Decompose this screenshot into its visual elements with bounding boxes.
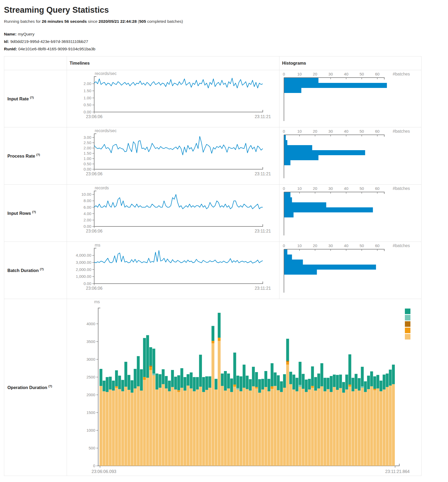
stacked-bar-segment <box>140 391 143 466</box>
x-axis-start-time-label: 23:06:06.093 <box>92 469 116 474</box>
help-tooltip-icon[interactable]: (?) <box>36 153 40 156</box>
y-axis-unit-label: ms <box>95 243 100 247</box>
stacked-bar-segment <box>364 381 367 392</box>
x-axis-tick-label: 20 <box>313 186 317 191</box>
process-rate-histogram-chart: #batches0102030405060 <box>279 127 421 184</box>
stacked-bar-segment <box>268 379 270 391</box>
stacked-bar-segment <box>367 376 370 389</box>
row-label-input-rate: Input Rate (?) <box>4 70 67 127</box>
stacked-bar-segment <box>311 386 314 388</box>
input-rows-histogram-chart: #batches0102030405060 <box>279 185 421 241</box>
stacked-bar-segment <box>286 339 289 361</box>
stacked-bar-segment <box>283 374 286 388</box>
stacked-bar-segment <box>252 386 255 466</box>
input-rate-timeline-chart: records/sec2.001.501.000.500.0023:06:062… <box>67 70 279 127</box>
batch-duration-timeline-cell: ms4,000.003,000.002,000.001,000.000.0023… <box>67 242 279 299</box>
stacked-bar-segment <box>196 377 199 390</box>
stacked-bar-segment <box>106 377 109 392</box>
y-axis-tick-label: 1,000.00 <box>76 274 91 279</box>
histogram-bar <box>284 160 291 165</box>
x-axis-end-time-label: 23:11:21 <box>255 286 271 291</box>
y-axis-unit-label: records/sec <box>95 71 117 76</box>
stacked-bar-segment <box>177 390 180 392</box>
completed-batches-count: 505 <box>139 19 146 24</box>
stacked-bar-segment <box>336 390 339 466</box>
stacked-bar-segment <box>224 371 227 391</box>
stacked-bar-segment <box>379 381 382 391</box>
table-row-input-rows: Input Rows (?) records10.008.006.004.002… <box>4 185 422 242</box>
stacked-bar-segment <box>377 389 379 466</box>
stacked-bar-segment <box>171 387 174 466</box>
stacked-bar-segment <box>342 393 345 466</box>
stacked-bar-segment <box>305 380 308 392</box>
chart-axes <box>94 134 263 169</box>
y-axis-unit-label: ms <box>94 300 100 304</box>
x-axis-tick-label: 50 <box>360 72 364 76</box>
stacked-bar-segment <box>308 379 311 390</box>
y-axis-tick-label: 1.50 <box>84 151 91 155</box>
stacked-bar-segment <box>209 376 211 388</box>
x-axis-tick-label: 20 <box>313 243 317 248</box>
y-axis-tick-label: 1.50 <box>84 88 91 93</box>
y-axis-tick-label: 0.00 <box>84 110 91 114</box>
stacked-bar-segment <box>211 341 214 343</box>
query-id-line: Id:9d0dd219-995d-423e-b97d-36931110bb27 <box>4 39 444 44</box>
stacked-bar-segment <box>236 390 239 466</box>
stacked-bar-segment <box>233 385 236 387</box>
stacked-bar-segment <box>277 390 280 466</box>
metric-label: Input Rows <box>7 211 31 216</box>
column-header-timelines: Timelines <box>67 56 279 70</box>
histogram-bar <box>284 265 376 270</box>
stacked-bar-segment <box>296 391 298 466</box>
x-axis-tick-label: 0 <box>283 186 285 191</box>
input-rate-histogram-chart: #batches0102030405060 <box>279 70 421 127</box>
stacked-bar-segment <box>361 367 364 386</box>
help-tooltip-icon[interactable]: (?) <box>30 96 34 99</box>
histogram-bar <box>284 197 292 202</box>
y-axis-tick-label: 2.00 <box>84 146 91 150</box>
x-axis-tick-label: 30 <box>328 129 333 133</box>
stacked-bar-segment <box>345 390 348 466</box>
x-axis-end-time-label: 23:11:21 <box>255 114 271 119</box>
y-axis-tick-label: 3.00 <box>84 135 91 140</box>
running-duration: 26 minutes 56 seconds <box>42 19 87 24</box>
y-axis-tick-label: 2.00 <box>84 218 91 222</box>
stacked-bar-segment <box>180 388 183 466</box>
stacked-bar-segment <box>143 380 146 466</box>
y-axis-tick-label: 0.50 <box>84 102 91 107</box>
stacked-bar-segment <box>149 347 152 366</box>
x-axis-start-time-label: 23:06:06 <box>86 172 102 176</box>
histogram-bar <box>284 270 317 275</box>
stacked-bar-segment <box>143 338 146 377</box>
stacked-bar-segment <box>109 390 112 466</box>
y-axis-tick-label: 4,000.00 <box>76 253 91 257</box>
help-tooltip-icon[interactable]: (?) <box>48 385 52 388</box>
stacked-bar-segment <box>258 379 261 393</box>
histogram-bar <box>284 249 287 255</box>
histogram-bar <box>284 207 373 212</box>
stacked-bar-segment <box>128 390 130 466</box>
stacked-bar-segment <box>314 377 317 391</box>
stacked-bar-segment <box>233 387 236 466</box>
help-tooltip-icon[interactable]: (?) <box>32 210 36 213</box>
stacked-bar-segment <box>205 390 208 466</box>
running-batches-summary: Running batches for 26 minutes 56 second… <box>4 19 444 24</box>
streaming-query-statistics-page: Streaming Query Statistics Running batch… <box>0 0 448 482</box>
help-tooltip-icon[interactable]: (?) <box>40 267 44 271</box>
stacked-bar-segment <box>159 374 161 388</box>
stacked-bar-segment <box>302 389 305 466</box>
stacked-bar-segment <box>227 389 230 466</box>
stacked-bar-segment <box>252 367 255 386</box>
stacked-bar-segment <box>305 392 308 466</box>
stacked-bar-segment <box>379 391 382 466</box>
histogram-top-axis <box>284 135 384 137</box>
stacked-bar-segment <box>258 393 261 466</box>
stacked-bar-segment <box>199 355 202 387</box>
x-axis-tick-label: 40 <box>344 72 349 76</box>
stacked-bar-segment <box>99 386 102 466</box>
x-axis-tick-label: 60 <box>375 243 379 248</box>
stacked-bar-segment <box>236 388 239 389</box>
y-axis-tick-label: 1500 <box>87 410 95 415</box>
stacked-bar-segment <box>286 361 289 362</box>
x-axis-tick-label: 10 <box>297 129 302 133</box>
